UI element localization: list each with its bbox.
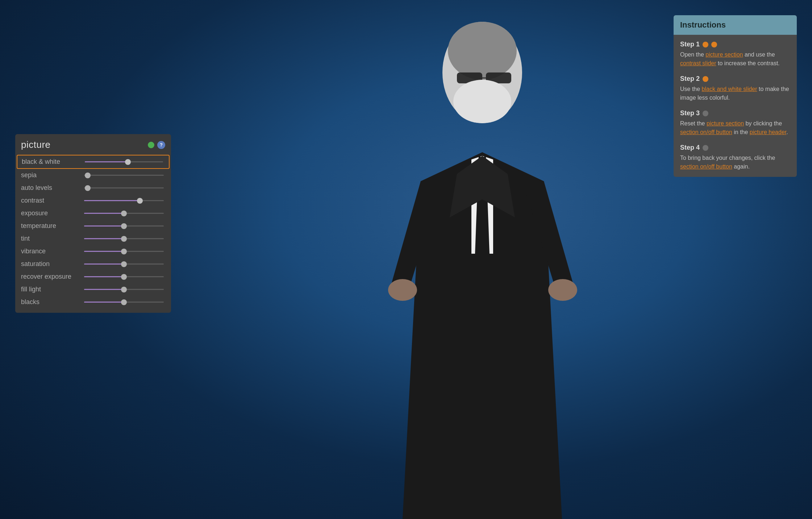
- instructions-title: Instructions: [680, 20, 726, 29]
- svg-point-7: [548, 279, 577, 301]
- saturation-thumb[interactable]: [121, 261, 127, 267]
- step-4-block: Step 4 To bring back your changes, click…: [680, 144, 790, 171]
- step-1-text: Open the picture section and use the con…: [680, 50, 790, 68]
- contrast-row: contrast: [15, 194, 171, 207]
- recover-exposure-track: [84, 276, 164, 277]
- recover-exposure-thumb[interactable]: [121, 274, 127, 280]
- fill-light-thumb[interactable]: [121, 287, 127, 292]
- step-3-header: Step 3: [680, 109, 790, 117]
- saturation-track: [84, 263, 164, 265]
- auto-levels-thumb[interactable]: [85, 185, 91, 191]
- instructions-panel: Instructions Step 1 Open the picture sec…: [674, 15, 797, 177]
- panel-controls: ?: [148, 141, 165, 149]
- vibrance-label: vibrance: [21, 248, 83, 255]
- contrast-thumb[interactable]: [137, 198, 143, 204]
- step-4-header: Step 4: [680, 144, 790, 151]
- black-white-slider-link[interactable]: black and white slider: [702, 86, 757, 92]
- step-2-header: Step 2: [680, 75, 790, 83]
- black-white-thumb[interactable]: [125, 159, 131, 165]
- step-1-header: Step 1: [680, 41, 790, 48]
- sepia-label: sepia: [21, 171, 83, 179]
- recover-exposure-label: recover exposure: [21, 273, 83, 281]
- exposure-track: [84, 213, 164, 214]
- sepia-row: sepia: [15, 169, 171, 182]
- step-2-block: Step 2 Use the black and white slider to…: [680, 75, 790, 102]
- temperature-row: temperature: [15, 220, 171, 232]
- tint-thumb[interactable]: [121, 236, 127, 242]
- step-3-label: Step 3: [680, 109, 700, 117]
- step-2-label: Step 2: [680, 75, 700, 83]
- exposure-row: exposure: [15, 207, 171, 220]
- step-1-block: Step 1 Open the picture section and use …: [680, 41, 790, 68]
- blacks-thumb[interactable]: [121, 299, 127, 305]
- svg-point-1: [448, 22, 517, 80]
- picture-panel: picture ? black & white sepia auto level…: [15, 134, 171, 313]
- man-figure: [355, 0, 609, 519]
- step-3-text: Reset the picture section by clicking th…: [680, 119, 790, 137]
- sepia-thumb[interactable]: [85, 173, 91, 178]
- contrast-label: contrast: [21, 197, 83, 204]
- black-white-row: black & white: [17, 155, 170, 169]
- step-1-dot-1: [703, 42, 708, 47]
- auto-levels-label: auto levels: [21, 184, 83, 192]
- temperature-label: temperature: [21, 222, 83, 230]
- step-3-block: Step 3 Reset the picture section by clic…: [680, 109, 790, 137]
- step-4-label: Step 4: [680, 144, 700, 151]
- auto-levels-row: auto levels: [15, 182, 171, 194]
- svg-point-6: [388, 279, 417, 301]
- blacks-track: [84, 302, 164, 303]
- exposure-thumb[interactable]: [121, 211, 127, 216]
- tint-label: tint: [21, 235, 83, 242]
- picture-section-link-2[interactable]: picture section: [707, 120, 744, 126]
- tint-track: [84, 238, 164, 239]
- picture-section-link-1[interactable]: picture section: [705, 51, 743, 58]
- fill-light-track: [84, 289, 164, 290]
- panel-title: picture: [21, 139, 51, 150]
- help-dot-icon[interactable]: ?: [157, 141, 165, 149]
- contrast-track: [84, 200, 164, 201]
- temperature-thumb[interactable]: [121, 223, 127, 229]
- active-dot-icon[interactable]: [148, 142, 154, 148]
- blacks-label: blacks: [21, 298, 83, 306]
- blacks-row: blacks: [15, 296, 171, 308]
- section-onoff-link-1[interactable]: section on/off button: [680, 129, 732, 135]
- section-onoff-link-2[interactable]: section on/off button: [680, 163, 732, 170]
- sepia-track: [84, 175, 164, 176]
- picture-header-link[interactable]: picture header: [750, 129, 786, 135]
- instructions-body: Step 1 Open the picture section and use …: [674, 35, 797, 177]
- step-3-dot-1: [703, 111, 708, 116]
- exposure-label: exposure: [21, 209, 83, 217]
- step-4-dot-1: [703, 145, 708, 151]
- fill-light-label: fill light: [21, 286, 83, 293]
- step-1-dot-2: [711, 42, 717, 47]
- panel-header: picture ?: [15, 134, 171, 155]
- tint-row: tint: [15, 232, 171, 245]
- fill-light-row: fill light: [15, 283, 171, 296]
- step-4-text: To bring back your changes, click the se…: [680, 154, 790, 171]
- vibrance-track: [84, 251, 164, 252]
- saturation-row: saturation: [15, 258, 171, 270]
- temperature-track: [84, 225, 164, 227]
- saturation-label: saturation: [21, 260, 83, 268]
- recover-exposure-row: recover exposure: [15, 270, 171, 283]
- step-2-dot-1: [703, 76, 708, 82]
- svg-point-5: [453, 80, 511, 123]
- vibrance-thumb[interactable]: [121, 249, 127, 254]
- step-1-label: Step 1: [680, 41, 700, 48]
- contrast-slider-link[interactable]: contrast slider: [680, 60, 716, 66]
- vibrance-row: vibrance: [15, 245, 171, 258]
- instructions-header: Instructions: [674, 15, 797, 35]
- black-white-label: black & white: [22, 158, 83, 166]
- auto-levels-track: [84, 187, 164, 188]
- black-white-track: [85, 161, 163, 162]
- step-2-text: Use the black and white slider to make t…: [680, 85, 790, 102]
